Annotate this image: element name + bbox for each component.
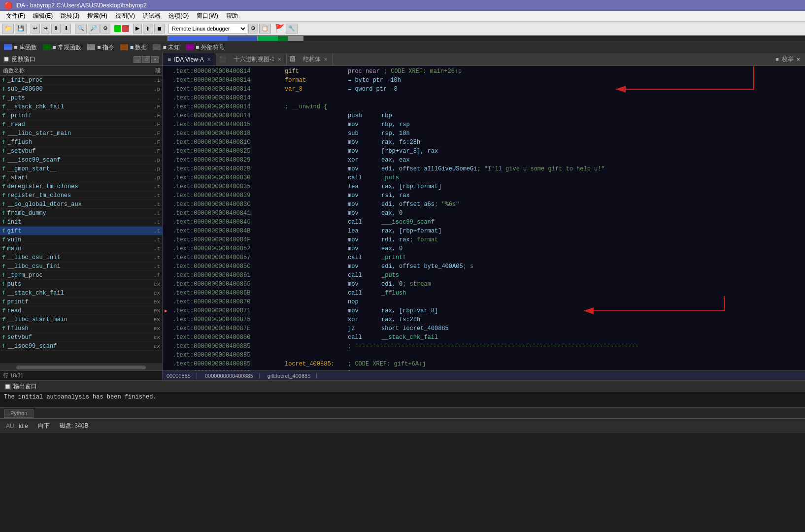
- code-line[interactable]: .text:0000000000400885: [163, 351, 805, 360]
- python-tab[interactable]: Python: [4, 409, 34, 418]
- sidebar-close[interactable]: ×: [151, 56, 159, 63]
- code-line[interactable]: .text:0000000000400839movrsi, rax: [163, 191, 805, 200]
- code-line[interactable]: .text:000000000040084Blearax, [rbp+forma…: [163, 227, 805, 235]
- sidebar-fn-item[interactable]: f_printf.F: [0, 111, 162, 120]
- code-line[interactable]: .text:0000000000400885; ----------------…: [163, 342, 805, 351]
- code-line[interactable]: .text:0000000000400885leave: [163, 368, 805, 370]
- sidebar-restore[interactable]: □: [142, 56, 150, 63]
- sidebar-fn-item[interactable]: f_puts.: [0, 94, 162, 102]
- code-line[interactable]: .text:0000000000400830call_puts: [163, 173, 805, 182]
- code-line[interactable]: ▶.text:0000000000400871movrax, [rbp+var_…: [163, 306, 805, 315]
- code-line[interactable]: .text:000000000040081Cmovrax, fs:28h: [163, 138, 805, 147]
- debug-stop-btn[interactable]: [122, 25, 129, 32]
- code-line[interactable]: .text:0000000000400841moveax, 0: [163, 209, 805, 218]
- menu-edit[interactable]: 编辑(E): [29, 11, 57, 21]
- toolbar-btn-13[interactable]: ⚙: [248, 24, 258, 33]
- tab-hex-close[interactable]: ✕: [277, 57, 281, 62]
- tab-struct[interactable]: 结构体 ✕: [298, 53, 333, 66]
- sidebar-fn-item[interactable]: finit.t: [0, 218, 162, 227]
- sidebar-fn-item[interactable]: f___libc_start_main.F: [0, 129, 162, 138]
- sidebar-list[interactable]: f_init_proc.ifsub_400600.pf_puts.f__stac…: [0, 76, 162, 364]
- sidebar-fn-item[interactable]: fvuln.t: [0, 235, 162, 244]
- toolbar-btn-9[interactable]: ⚙: [101, 24, 110, 33]
- code-line[interactable]: .text:0000000000400846call___isoc99_scan…: [163, 218, 805, 227]
- menu-options[interactable]: 选项(O): [165, 11, 193, 21]
- sidebar-fn-item[interactable]: fmain.t: [0, 244, 162, 253]
- sidebar-fn-item[interactable]: f__libc_csu_init.t: [0, 253, 162, 262]
- sidebar-fn-item[interactable]: fderegister_tm_clones.t: [0, 182, 162, 191]
- sidebar-fn-item[interactable]: fframe_dummy.t: [0, 209, 162, 218]
- code-line[interactable]: .text:0000000000400835learax, [rbp+forma…: [163, 182, 805, 191]
- code-line[interactable]: .text:0000000000400852moveax, 0: [163, 244, 805, 253]
- toolbar-btn-12[interactable]: ⏹: [154, 24, 165, 33]
- tab-enum-close[interactable]: ✕: [797, 56, 800, 63]
- toolbar-btn-7[interactable]: 🔍: [75, 24, 87, 33]
- sidebar-fn-item[interactable]: f__do_global_dtors_aux.t: [0, 200, 162, 209]
- sidebar-fn-item[interactable]: f_term_proc.f: [0, 271, 162, 280]
- menu-search[interactable]: 搜索(H): [83, 11, 111, 21]
- sidebar-fn-item[interactable]: f_setvbuf.F: [0, 147, 162, 156]
- tab-ida-view[interactable]: ■ IDA View-A ✕: [163, 53, 216, 66]
- code-line[interactable]: .text:0000000000400885locret_400885: ; C…: [163, 360, 805, 368]
- code-line[interactable]: .text:000000000040084Fmovrdi, rax ; form…: [163, 235, 805, 244]
- tab-struct-close[interactable]: ✕: [324, 57, 328, 62]
- code-line[interactable]: .text:0000000000400814giftproc near; COD…: [163, 67, 805, 76]
- sidebar-fn-item[interactable]: fgift.t: [0, 227, 162, 235]
- menu-window[interactable]: 窗口(W): [193, 11, 222, 21]
- sidebar-minimize[interactable]: _: [134, 56, 141, 63]
- sidebar-fn-item[interactable]: f___isoc99_scanf.p: [0, 156, 162, 165]
- sidebar-fn-item[interactable]: fputsex: [0, 280, 162, 289]
- code-line[interactable]: .text:000000000040085Cmovedi, offset byt…: [163, 262, 805, 271]
- menu-file[interactable]: 文件(F): [2, 11, 29, 21]
- toolbar-btn-15[interactable]: 🔧: [286, 24, 298, 33]
- sidebar-fn-item[interactable]: fregister_tm_clones.t: [0, 191, 162, 200]
- menu-jump[interactable]: 跳转(J): [57, 11, 83, 21]
- sidebar-fn-item[interactable]: f__libc_csu_fini.t: [0, 262, 162, 271]
- toolbar-btn-8[interactable]: 🔎: [88, 24, 100, 33]
- code-line[interactable]: .text:000000000040086Bcall_fflush: [163, 289, 805, 298]
- sidebar-fn-item[interactable]: f__stack_chk_fail.F: [0, 102, 162, 111]
- menu-help[interactable]: 帮助: [222, 11, 242, 21]
- code-line[interactable]: .text:000000000040083Cmovedi, offset a6s…: [163, 200, 805, 209]
- code-line[interactable]: .text:000000000040082Bmovedi, offset aIl…: [163, 165, 805, 173]
- sidebar-fn-item[interactable]: f__isoc99_scanfex: [0, 342, 162, 351]
- sidebar-fn-item[interactable]: f__stack_chk_failex: [0, 289, 162, 298]
- sidebar-fn-item[interactable]: fprintfex: [0, 298, 162, 306]
- code-line[interactable]: .text:0000000000400870nop: [163, 298, 805, 306]
- sidebar-fn-item[interactable]: fsub_400600.p: [0, 85, 162, 94]
- sidebar-fn-item[interactable]: f_read.F: [0, 120, 162, 129]
- code-line[interactable]: .text:0000000000400814format= byte ptr -…: [163, 76, 805, 85]
- toolbar-btn-4[interactable]: ↪: [41, 24, 50, 33]
- sidebar-fn-item[interactable]: f_start.p: [0, 173, 162, 182]
- toolbar-btn-2[interactable]: 💾: [15, 24, 27, 33]
- sidebar-scrollbar-track[interactable]: [0, 364, 162, 370]
- sidebar-fn-item[interactable]: f__libc_start_mainex: [0, 315, 162, 324]
- toolbar-btn-10[interactable]: ▶: [133, 24, 142, 33]
- sidebar-fn-item[interactable]: ffflushex: [0, 324, 162, 333]
- code-content[interactable]: .text:0000000000400814giftproc near; COD…: [163, 66, 805, 370]
- menu-debugger[interactable]: 调试器: [139, 11, 165, 21]
- tab-hex-view[interactable]: 十六进制视图-1 ✕: [229, 53, 287, 66]
- toolbar-btn-5[interactable]: ⬆: [51, 24, 61, 33]
- code-line[interactable]: .text:0000000000400875xorrax, fs:28h: [163, 315, 805, 324]
- debug-go-btn[interactable]: [114, 25, 121, 32]
- debugger-select[interactable]: Remote Linux debugger: [168, 24, 247, 33]
- toolbar-btn-14[interactable]: 📋: [259, 24, 271, 33]
- code-line[interactable]: .text:0000000000400814var_8= qword ptr -…: [163, 85, 805, 94]
- toolbar-btn-6[interactable]: ⬇: [62, 24, 71, 33]
- code-line[interactable]: .text:000000000040087Ejzshort locret_400…: [163, 324, 805, 333]
- toolbar-btn-11[interactable]: ⏸: [143, 24, 153, 33]
- code-line[interactable]: .text:0000000000400857call_printf: [163, 253, 805, 262]
- sidebar-fn-item[interactable]: f_init_proc.i: [0, 76, 162, 85]
- code-line[interactable]: .text:0000000000400814pushrbp: [163, 111, 805, 120]
- code-line[interactable]: .text:0000000000400825mov[rbp+var_8], ra…: [163, 147, 805, 156]
- sidebar-fn-item[interactable]: f_fflush.F: [0, 138, 162, 147]
- code-line[interactable]: .text:0000000000400815movrbp, rsp: [163, 120, 805, 129]
- code-line[interactable]: .text:0000000000400861call_puts: [163, 271, 805, 280]
- code-line[interactable]: .text:0000000000400866movedi, 0 ; stream: [163, 280, 805, 289]
- sidebar-fn-item[interactable]: freadex: [0, 306, 162, 315]
- sidebar-fn-item[interactable]: fsetvbufex: [0, 333, 162, 342]
- code-line[interactable]: .text:0000000000400818subrsp, 10h: [163, 129, 805, 138]
- tab-ida-close[interactable]: ✕: [207, 57, 211, 62]
- sidebar-fn-item[interactable]: f__gmon_start__.p: [0, 165, 162, 173]
